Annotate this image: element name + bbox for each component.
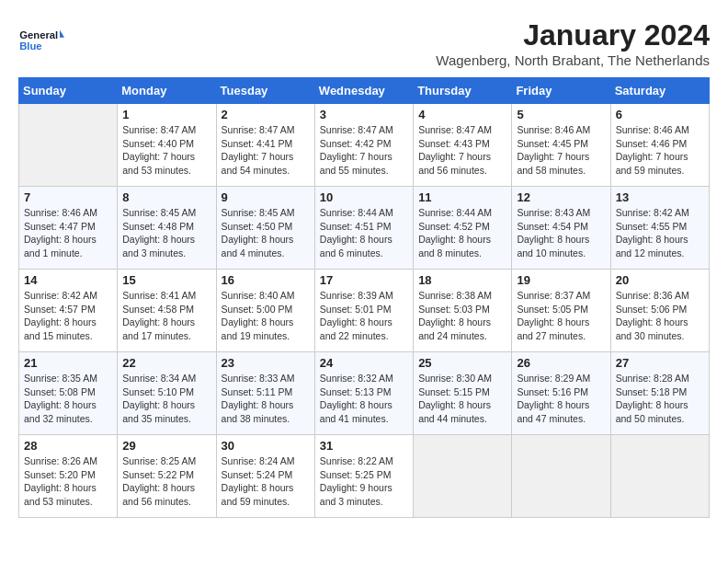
day-cell: 3 Sunrise: 8:47 AMSunset: 4:42 PMDayligh… bbox=[314, 104, 413, 187]
day-info: Sunrise: 8:45 AMSunset: 4:48 PMDaylight:… bbox=[122, 206, 210, 260]
title-section: January 2024 Wagenberg, North Brabant, T… bbox=[436, 18, 710, 68]
column-header-wednesday: Wednesday bbox=[314, 78, 413, 104]
day-number: 13 bbox=[616, 190, 704, 204]
day-number: 24 bbox=[320, 356, 408, 370]
day-number: 30 bbox=[222, 439, 310, 453]
column-header-saturday: Saturday bbox=[610, 78, 709, 104]
logo: General Blue bbox=[18, 18, 64, 64]
day-cell: 1 Sunrise: 8:47 AMSunset: 4:40 PMDayligh… bbox=[118, 104, 216, 187]
day-cell: 17 Sunrise: 8:39 AMSunset: 5:01 PMDaylig… bbox=[314, 270, 413, 352]
day-cell: 9 Sunrise: 8:45 AMSunset: 4:50 PMDayligh… bbox=[216, 187, 314, 270]
day-info: Sunrise: 8:30 AMSunset: 5:15 PMDaylight:… bbox=[418, 372, 506, 426]
day-cell: 27 Sunrise: 8:28 AMSunset: 5:18 PMDaylig… bbox=[610, 352, 709, 435]
day-info: Sunrise: 8:47 AMSunset: 4:41 PMDaylight:… bbox=[222, 123, 310, 178]
week-row: 21 Sunrise: 8:35 AMSunset: 5:08 PMDaylig… bbox=[19, 352, 710, 435]
day-cell: 19 Sunrise: 8:37 AMSunset: 5:05 PMDaylig… bbox=[512, 270, 610, 352]
day-info: Sunrise: 8:33 AMSunset: 5:11 PMDaylight:… bbox=[222, 372, 310, 426]
day-info: Sunrise: 8:46 AMSunset: 4:45 PMDaylight:… bbox=[517, 123, 605, 178]
day-number: 4 bbox=[418, 108, 506, 121]
day-info: Sunrise: 8:28 AMSunset: 5:18 PMDaylight:… bbox=[616, 372, 704, 426]
day-cell: 21 Sunrise: 8:35 AMSunset: 5:08 PMDaylig… bbox=[19, 352, 118, 435]
day-cell bbox=[610, 435, 709, 518]
day-info: Sunrise: 8:35 AMSunset: 5:08 PMDaylight:… bbox=[24, 372, 112, 426]
day-info: Sunrise: 8:44 AMSunset: 4:51 PMDaylight:… bbox=[320, 206, 408, 260]
day-number: 14 bbox=[24, 273, 112, 287]
day-number: 2 bbox=[222, 108, 310, 121]
day-info: Sunrise: 8:26 AMSunset: 5:20 PMDaylight:… bbox=[24, 454, 112, 509]
day-cell: 7 Sunrise: 8:46 AMSunset: 4:47 PMDayligh… bbox=[19, 187, 118, 270]
day-cell: 31 Sunrise: 8:22 AMSunset: 5:25 PMDaylig… bbox=[314, 435, 413, 518]
day-number: 5 bbox=[517, 108, 605, 121]
day-number: 31 bbox=[320, 439, 408, 453]
location: Wagenberg, North Brabant, The Netherland… bbox=[436, 52, 710, 68]
day-cell: 24 Sunrise: 8:32 AMSunset: 5:13 PMDaylig… bbox=[314, 352, 413, 435]
day-info: Sunrise: 8:40 AMSunset: 5:00 PMDaylight:… bbox=[222, 289, 310, 343]
svg-text:Blue: Blue bbox=[19, 40, 41, 52]
day-info: Sunrise: 8:46 AMSunset: 4:47 PMDaylight:… bbox=[24, 206, 112, 260]
day-cell: 10 Sunrise: 8:44 AMSunset: 4:51 PMDaylig… bbox=[314, 187, 413, 270]
day-info: Sunrise: 8:45 AMSunset: 4:50 PMDaylight:… bbox=[222, 206, 310, 260]
day-cell: 16 Sunrise: 8:40 AMSunset: 5:00 PMDaylig… bbox=[216, 270, 314, 352]
day-cell: 29 Sunrise: 8:25 AMSunset: 5:22 PMDaylig… bbox=[118, 435, 216, 518]
day-info: Sunrise: 8:24 AMSunset: 5:24 PMDaylight:… bbox=[222, 454, 310, 509]
day-cell: 28 Sunrise: 8:26 AMSunset: 5:20 PMDaylig… bbox=[19, 435, 118, 518]
day-number: 12 bbox=[517, 190, 605, 204]
logo-svg: General Blue bbox=[18, 18, 64, 64]
day-cell: 22 Sunrise: 8:34 AMSunset: 5:10 PMDaylig… bbox=[118, 352, 216, 435]
day-number: 18 bbox=[418, 273, 506, 287]
calendar-table: SundayMondayTuesdayWednesdayThursdayFrid… bbox=[18, 77, 710, 518]
day-info: Sunrise: 8:41 AMSunset: 4:58 PMDaylight:… bbox=[122, 289, 210, 343]
day-cell: 13 Sunrise: 8:42 AMSunset: 4:55 PMDaylig… bbox=[610, 187, 709, 270]
day-number: 15 bbox=[122, 273, 210, 287]
day-info: Sunrise: 8:38 AMSunset: 5:03 PMDaylight:… bbox=[418, 289, 506, 343]
day-cell: 30 Sunrise: 8:24 AMSunset: 5:24 PMDaylig… bbox=[216, 435, 314, 518]
day-number: 20 bbox=[616, 273, 704, 287]
day-info: Sunrise: 8:47 AMSunset: 4:40 PMDaylight:… bbox=[122, 123, 210, 178]
day-number: 21 bbox=[24, 356, 112, 370]
day-number: 26 bbox=[517, 356, 605, 370]
day-number: 22 bbox=[122, 356, 210, 370]
day-number: 19 bbox=[517, 273, 605, 287]
day-number: 6 bbox=[616, 108, 704, 121]
day-cell: 4 Sunrise: 8:47 AMSunset: 4:43 PMDayligh… bbox=[414, 104, 512, 187]
week-row: 14 Sunrise: 8:42 AMSunset: 4:57 PMDaylig… bbox=[19, 270, 710, 352]
day-number: 8 bbox=[122, 190, 210, 204]
day-number: 28 bbox=[24, 439, 112, 453]
day-cell: 12 Sunrise: 8:43 AMSunset: 4:54 PMDaylig… bbox=[512, 187, 610, 270]
day-info: Sunrise: 8:44 AMSunset: 4:52 PMDaylight:… bbox=[418, 206, 506, 260]
day-info: Sunrise: 8:36 AMSunset: 5:06 PMDaylight:… bbox=[616, 289, 704, 343]
day-number: 1 bbox=[122, 108, 210, 121]
week-row: 28 Sunrise: 8:26 AMSunset: 5:20 PMDaylig… bbox=[19, 435, 710, 518]
day-cell: 26 Sunrise: 8:29 AMSunset: 5:16 PMDaylig… bbox=[512, 352, 610, 435]
day-info: Sunrise: 8:32 AMSunset: 5:13 PMDaylight:… bbox=[320, 372, 408, 426]
day-number: 25 bbox=[418, 356, 506, 370]
week-row: 7 Sunrise: 8:46 AMSunset: 4:47 PMDayligh… bbox=[19, 187, 710, 270]
day-info: Sunrise: 8:34 AMSunset: 5:10 PMDaylight:… bbox=[122, 372, 210, 426]
day-cell: 14 Sunrise: 8:42 AMSunset: 4:57 PMDaylig… bbox=[19, 270, 118, 352]
day-cell: 5 Sunrise: 8:46 AMSunset: 4:45 PMDayligh… bbox=[512, 104, 610, 187]
day-cell bbox=[19, 104, 118, 187]
day-info: Sunrise: 8:42 AMSunset: 4:55 PMDaylight:… bbox=[616, 206, 704, 260]
page-header: General Blue January 2024 Wagenberg, Nor… bbox=[18, 18, 710, 68]
day-number: 29 bbox=[122, 439, 210, 453]
day-number: 11 bbox=[418, 190, 506, 204]
day-cell: 18 Sunrise: 8:38 AMSunset: 5:03 PMDaylig… bbox=[414, 270, 512, 352]
day-info: Sunrise: 8:25 AMSunset: 5:22 PMDaylight:… bbox=[122, 454, 210, 509]
day-info: Sunrise: 8:37 AMSunset: 5:05 PMDaylight:… bbox=[517, 289, 605, 343]
day-cell: 23 Sunrise: 8:33 AMSunset: 5:11 PMDaylig… bbox=[216, 352, 314, 435]
day-cell: 25 Sunrise: 8:30 AMSunset: 5:15 PMDaylig… bbox=[414, 352, 512, 435]
day-info: Sunrise: 8:47 AMSunset: 4:42 PMDaylight:… bbox=[320, 123, 408, 178]
day-info: Sunrise: 8:47 AMSunset: 4:43 PMDaylight:… bbox=[418, 123, 506, 178]
day-number: 16 bbox=[222, 273, 310, 287]
header-row: SundayMondayTuesdayWednesdayThursdayFrid… bbox=[19, 78, 710, 104]
day-info: Sunrise: 8:43 AMSunset: 4:54 PMDaylight:… bbox=[517, 206, 605, 260]
day-number: 23 bbox=[222, 356, 310, 370]
day-info: Sunrise: 8:22 AMSunset: 5:25 PMDaylight:… bbox=[320, 454, 408, 509]
day-number: 10 bbox=[320, 190, 408, 204]
day-number: 3 bbox=[320, 108, 408, 121]
day-number: 17 bbox=[320, 273, 408, 287]
day-cell: 6 Sunrise: 8:46 AMSunset: 4:46 PMDayligh… bbox=[610, 104, 709, 187]
day-cell: 11 Sunrise: 8:44 AMSunset: 4:52 PMDaylig… bbox=[414, 187, 512, 270]
month-title: January 2024 bbox=[436, 18, 710, 52]
column-header-thursday: Thursday bbox=[414, 78, 512, 104]
